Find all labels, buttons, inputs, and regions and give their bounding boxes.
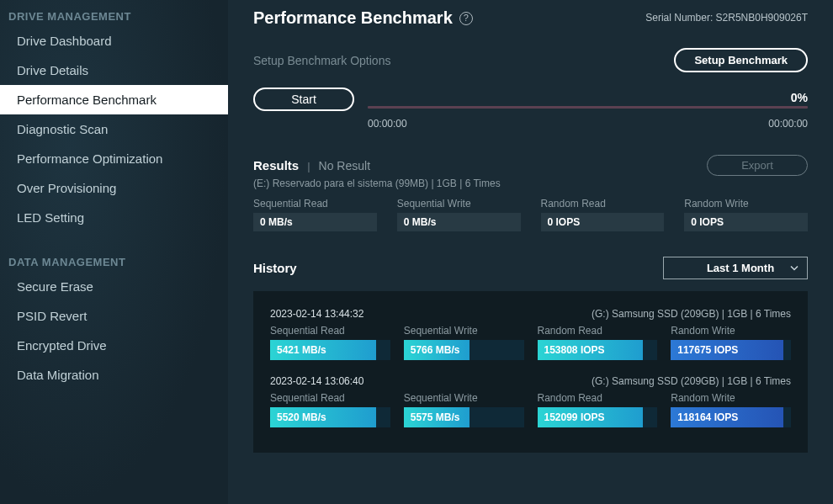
sidebar-group: DRIVE MANAGEMENT Drive Dashboard Drive D… (0, 5, 228, 232)
metric-label: Random Read (538, 392, 658, 404)
elapsed-time: 00:00:00 (368, 118, 407, 130)
metric-label: Random Read (541, 198, 665, 210)
metric-bar: 152099 IOPS (538, 407, 658, 427)
start-button[interactable]: Start (253, 88, 354, 111)
export-button[interactable]: Export (707, 155, 808, 176)
results-subline: (E:) Reservado para el sistema (99MB) | … (253, 178, 808, 189)
sidebar-item-secure-erase[interactable]: Secure Erase (0, 272, 228, 301)
sidebar-item-drive-dashboard[interactable]: Drive Dashboard (0, 26, 228, 56)
metric-label: Random Write (684, 198, 808, 210)
metric-label: Random Write (671, 325, 791, 337)
metric-value: 117675 IOPS (677, 344, 738, 356)
history-filter-value: Last 1 Month (707, 262, 774, 274)
history-timestamp: 2023-02-14 13:44:32 (270, 308, 363, 320)
history-metric-random-read: Random Read 152099 IOPS (538, 392, 658, 427)
metric-label: Random Read (538, 325, 658, 337)
history-metric-sequential-write: Sequential Write 5766 MB/s (404, 325, 524, 360)
history-filter-dropdown[interactable]: Last 1 Month (663, 257, 808, 279)
metric-value: 118164 IOPS (677, 411, 738, 423)
metric-sequential-write: Sequential Write 0 MB/s (397, 198, 521, 231)
metric-bar: 117675 IOPS (671, 340, 791, 360)
history-details: (G:) Samsung SSD (209GB) | 1GB | 6 Times (592, 308, 791, 320)
metric-value: 153808 IOPS (544, 344, 605, 356)
results-metrics: Sequential Read 0 MB/s Sequential Write … (253, 198, 808, 231)
sidebar-item-performance-benchmark[interactable]: Performance Benchmark (0, 85, 228, 114)
history-header: History Last 1 Month (253, 257, 808, 279)
metric-sequential-read: Sequential Read 0 MB/s (253, 198, 377, 231)
main-panel: Performance Benchmark ? Serial Number: S… (228, 0, 833, 504)
history-title: History (253, 261, 297, 275)
progress-bar (368, 106, 808, 109)
sidebar-item-performance-optimization[interactable]: Performance Optimization (0, 144, 228, 173)
metric-label: Random Write (671, 392, 791, 404)
serial-number-value: S2R5NB0H909026T (716, 12, 808, 24)
metric-bar: 5575 MB/s (404, 407, 524, 427)
history-metric-random-write: Random Write 118164 IOPS (671, 392, 791, 427)
metric-random-read: Random Read 0 IOPS (541, 198, 665, 231)
separator: | (307, 160, 310, 172)
metric-value: 5421 MB/s (277, 344, 326, 356)
metric-bar: 153808 IOPS (538, 340, 658, 360)
serial-number-prefix: Serial Number: (645, 12, 715, 24)
metric-label: Sequential Read (270, 392, 390, 404)
results-title: Results (253, 158, 299, 172)
metric-value: 0 IOPS (541, 213, 665, 231)
page-title-text: Performance Benchmark (253, 8, 453, 28)
sidebar-group-title: DRIVE MANAGEMENT (0, 5, 228, 26)
setup-label: Setup Benchmark Options (253, 54, 390, 67)
metric-value: 152099 IOPS (544, 411, 605, 423)
metric-value: 5575 MB/s (411, 411, 460, 423)
progress: 0% (368, 91, 808, 109)
metric-bar: 5520 MB/s (270, 407, 390, 427)
sidebar-item-data-migration[interactable]: Data Migration (0, 360, 228, 390)
metric-value: 0 MB/s (253, 213, 377, 231)
history-metric-sequential-read: Sequential Read 5421 MB/s (270, 325, 390, 360)
sidebar-item-over-provisioning[interactable]: Over Provisioning (0, 173, 228, 203)
results-header: Results | No Result Export (253, 155, 808, 176)
metric-label: Sequential Read (270, 325, 390, 337)
sidebar-group: DATA MANAGEMENT Secure Erase PSID Revert… (0, 251, 228, 390)
sidebar-item-diagnostic-scan[interactable]: Diagnostic Scan (0, 114, 228, 144)
metric-random-write: Random Write 0 IOPS (684, 198, 808, 231)
header: Performance Benchmark ? Serial Number: S… (253, 8, 808, 28)
help-icon[interactable]: ? (459, 12, 473, 25)
history-metric-sequential-read: Sequential Read 5520 MB/s (270, 392, 390, 427)
history-timestamp: 2023-02-14 13:06:40 (270, 375, 363, 387)
setup-section: Setup Benchmark Options Setup Benchmark (253, 48, 808, 72)
sidebar-item-led-setting[interactable]: LED Setting (0, 203, 228, 232)
history-entry: 2023-02-14 13:44:32 (G:) Samsung SSD (20… (270, 308, 791, 360)
chevron-down-icon (790, 263, 799, 272)
metric-value: 5520 MB/s (277, 411, 326, 423)
metric-bar: 5421 MB/s (270, 340, 390, 360)
metric-value: 0 MB/s (397, 213, 521, 231)
metric-bar: 5766 MB/s (404, 340, 524, 360)
serial-number: Serial Number: S2R5NB0H909026T (645, 12, 808, 24)
remaining-time: 00:00:00 (768, 118, 808, 130)
history-metric-random-read: Random Read 153808 IOPS (538, 325, 658, 360)
history-entry: 2023-02-14 13:06:40 (G:) Samsung SSD (20… (270, 375, 791, 427)
metric-value: 0 IOPS (684, 213, 808, 231)
history-metric-random-write: Random Write 117675 IOPS (671, 325, 791, 360)
sidebar: DRIVE MANAGEMENT Drive Dashboard Drive D… (0, 0, 228, 504)
metric-label: Sequential Write (397, 198, 521, 210)
history-panel: 2023-02-14 13:44:32 (G:) Samsung SSD (20… (253, 291, 808, 453)
sidebar-item-encrypted-drive[interactable]: Encrypted Drive (0, 331, 228, 360)
results-status: No Result (319, 159, 370, 172)
metric-label: Sequential Read (253, 198, 377, 210)
sidebar-group-title: DATA MANAGEMENT (0, 251, 228, 272)
time-row: 00:00:00 00:00:00 (253, 116, 808, 130)
progress-percent: 0% (368, 91, 808, 104)
history-details: (G:) Samsung SSD (209GB) | 1GB | 6 Times (592, 375, 791, 387)
page-title: Performance Benchmark ? (253, 8, 473, 28)
history-metric-sequential-write: Sequential Write 5575 MB/s (404, 392, 524, 427)
metric-label: Sequential Write (404, 392, 524, 404)
metric-bar: 118164 IOPS (671, 407, 791, 427)
run-controls: Start 0% (253, 88, 808, 111)
setup-benchmark-button[interactable]: Setup Benchmark (674, 48, 808, 72)
sidebar-item-drive-details[interactable]: Drive Details (0, 56, 228, 85)
sidebar-item-psid-revert[interactable]: PSID Revert (0, 301, 228, 331)
metric-label: Sequential Write (404, 325, 524, 337)
metric-value: 5766 MB/s (411, 344, 460, 356)
